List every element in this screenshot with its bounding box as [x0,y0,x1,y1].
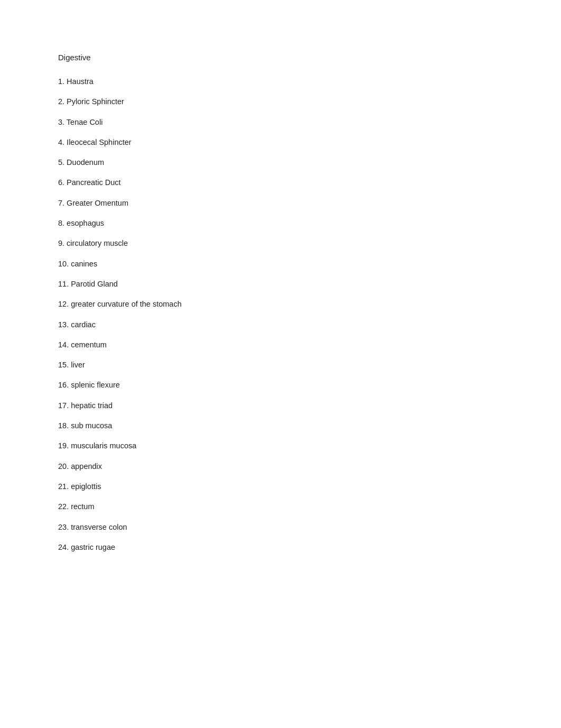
list-item: 4. Ileocecal Sphincter [58,132,561,152]
list-item: 14. cementum [58,335,561,355]
list-item: 12. greater curvature of the stomach [58,294,561,314]
list-item: 23. transverse colon [58,517,561,537]
list-item: 22. rectum [58,496,561,517]
list-container: 1. Haustra2. Pyloric Sphincter3. Tenae C… [58,71,561,557]
list-item: 18. sub mucosa [58,416,561,436]
list-item: 19. muscularis mucosa [58,436,561,456]
list-item: 15. liver [58,355,561,375]
list-item: 11. Parotid Gland [58,274,561,294]
section-title: Digestive [58,53,561,62]
list-item: 24. gastric rugae [58,537,561,557]
list-item: 6. Pancreatic Duct [58,172,561,192]
list-item: 3. Tenae Coli [58,112,561,132]
page-container: Digestive 1. Haustra2. Pyloric Sphincter… [0,0,561,589]
list-item: 5. Duodenum [58,152,561,172]
list-item: 17. hepatic triad [58,395,561,416]
list-item: 16. splenic flexure [58,375,561,395]
list-item: 20. appendix [58,456,561,476]
list-item: 1. Haustra [58,71,561,91]
list-item: 7. Greater Omentum [58,193,561,213]
list-item: 8. esophagus [58,213,561,233]
list-item: 2. Pyloric Sphincter [58,91,561,112]
list-item: 9. circulatory muscle [58,233,561,253]
list-item: 10. canines [58,254,561,274]
list-item: 13. cardiac [58,315,561,335]
list-item: 21. epiglottis [58,476,561,496]
